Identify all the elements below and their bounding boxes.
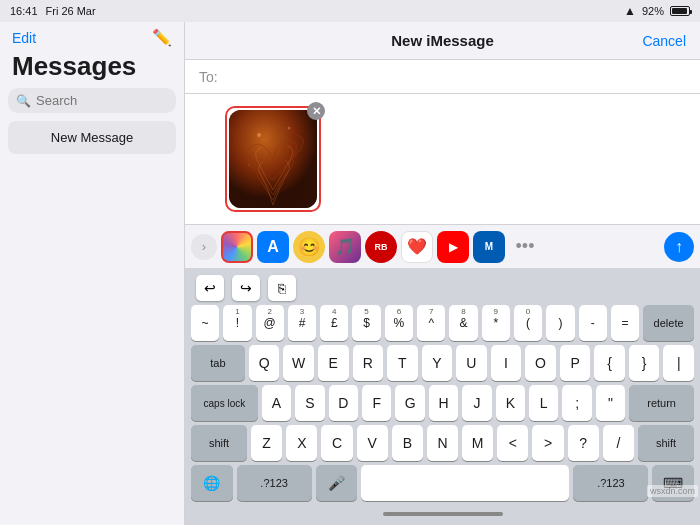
key-delete[interactable]: delete (643, 305, 694, 341)
key-equals[interactable]: = (611, 305, 639, 341)
key-quote[interactable]: " (596, 385, 625, 421)
key-c[interactable]: C (321, 425, 352, 461)
key-g[interactable]: G (395, 385, 424, 421)
to-field: To: (185, 60, 700, 94)
status-bar: 16:41 Fri 26 Mar ▲ 92% (0, 0, 700, 22)
redo-button[interactable]: ↪ (232, 275, 260, 301)
key-s[interactable]: S (295, 385, 324, 421)
key-e[interactable]: E (318, 345, 349, 381)
key-exclaim[interactable]: 1! (223, 305, 251, 341)
keyboard-row-2: tab Q W E R T Y U I O P { } | (188, 345, 697, 381)
image-highlight-box (225, 106, 321, 212)
key-a[interactable]: A (262, 385, 291, 421)
key-i[interactable]: I (491, 345, 522, 381)
blue-app-icon[interactable]: M (473, 231, 505, 263)
key-star[interactable]: 9* (482, 305, 510, 341)
keyboard-row-3: caps lock A S D F G H J K L ; " return (188, 385, 697, 421)
status-day: Fri 26 Mar (46, 5, 96, 17)
key-pound[interactable]: 4£ (320, 305, 348, 341)
key-amp[interactable]: 8& (449, 305, 477, 341)
undo-button[interactable]: ↩ (196, 275, 224, 301)
youtube-app-icon[interactable]: ▶ (437, 231, 469, 263)
key-space[interactable] (361, 465, 569, 501)
app-icon-row: › A 😊 🎵 RB ❤️ ▶ M ••• ↑ (185, 224, 700, 268)
key-lbrace[interactable]: { (594, 345, 625, 381)
sidebar-nav: Edit ✏️ (0, 22, 184, 49)
watermark: wsxdn.com (647, 485, 698, 497)
redbull-app-icon[interactable]: RB (365, 231, 397, 263)
sidebar: Edit ✏️ Messages 🔍 🎤 New Message (0, 22, 185, 525)
key-n[interactable]: N (427, 425, 458, 461)
key-rbrace[interactable]: } (629, 345, 660, 381)
to-label: To: (199, 69, 218, 85)
key-dollar[interactable]: 5$ (352, 305, 380, 341)
key-rparen[interactable]: ) (546, 305, 574, 341)
image-close-button[interactable]: ✕ (307, 102, 325, 120)
more-apps-icon[interactable]: ••• (509, 231, 541, 263)
copy-button[interactable]: ⎘ (268, 275, 296, 301)
battery-icon (670, 6, 690, 16)
key-p[interactable]: P (560, 345, 591, 381)
key-tilde[interactable]: ~ (191, 305, 219, 341)
new-message-button[interactable]: New Message (8, 121, 176, 154)
key-j[interactable]: J (462, 385, 491, 421)
key-u[interactable]: U (456, 345, 487, 381)
message-area: ✕ (185, 94, 700, 224)
key-b[interactable]: B (392, 425, 423, 461)
key-k[interactable]: K (496, 385, 525, 421)
edit-button[interactable]: Edit (12, 30, 36, 46)
key-return[interactable]: return (629, 385, 694, 421)
key-shift-left[interactable]: shift (191, 425, 247, 461)
key-minus[interactable]: - (579, 305, 607, 341)
key-w[interactable]: W (283, 345, 314, 381)
key-l[interactable]: L (529, 385, 558, 421)
memoji-app-icon[interactable]: 😊 (293, 231, 325, 263)
status-bar-right: ▲ 92% (624, 4, 690, 18)
key-x[interactable]: X (286, 425, 317, 461)
new-imessage-title: New iMessage (391, 32, 494, 49)
key-globe[interactable]: 🌐 (191, 465, 233, 501)
key-r[interactable]: R (353, 345, 384, 381)
to-input[interactable] (224, 69, 686, 85)
heart-app-icon[interactable]: ❤️ (401, 231, 433, 263)
key-numbers-right[interactable]: .?123 (573, 465, 648, 501)
key-lt[interactable]: < (497, 425, 528, 461)
key-semicolon[interactable]: ; (562, 385, 591, 421)
key-z[interactable]: Z (251, 425, 282, 461)
photos-app-icon[interactable] (221, 231, 253, 263)
cancel-button[interactable]: Cancel (642, 33, 686, 49)
key-pipe[interactable]: | (663, 345, 694, 381)
key-at[interactable]: 2@ (256, 305, 284, 341)
key-m[interactable]: M (462, 425, 493, 461)
key-f[interactable]: F (362, 385, 391, 421)
key-capslock[interactable]: caps lock (191, 385, 258, 421)
key-lparen[interactable]: 0( (514, 305, 542, 341)
key-t[interactable]: T (387, 345, 418, 381)
send-button[interactable]: ↑ (664, 232, 694, 262)
key-o[interactable]: O (525, 345, 556, 381)
key-caret[interactable]: 7^ (417, 305, 445, 341)
search-input[interactable] (36, 93, 204, 108)
key-hash[interactable]: 3# (288, 305, 316, 341)
key-y[interactable]: Y (422, 345, 453, 381)
expand-button[interactable]: › (191, 234, 217, 260)
compose-icon[interactable]: ✏️ (152, 28, 172, 47)
key-h[interactable]: H (429, 385, 458, 421)
keyboard-row-5: 🌐 .?123 🎤 .?123 ⌨ (188, 465, 697, 501)
key-gt[interactable]: > (532, 425, 563, 461)
key-numbers[interactable]: .?123 (237, 465, 312, 501)
key-mic[interactable]: 🎤 (316, 465, 358, 501)
key-v[interactable]: V (357, 425, 388, 461)
key-q[interactable]: Q (249, 345, 280, 381)
sidebar-title: Messages (0, 49, 184, 88)
key-percent[interactable]: 6% (385, 305, 413, 341)
key-slash[interactable]: / (603, 425, 634, 461)
key-question[interactable]: ? (568, 425, 599, 461)
appstore-app-icon[interactable]: A (257, 231, 289, 263)
key-d[interactable]: D (329, 385, 358, 421)
music-app-icon[interactable]: 🎵 (329, 231, 361, 263)
keyboard-row-4: shift Z X C V B N M < > ? / shift (188, 425, 697, 461)
key-shift-right[interactable]: shift (638, 425, 694, 461)
keyboard: ↩ ↪ ⎘ ~ 1! 2@ 3# 4£ 5$ 6% 7^ 8& 9* 0( ) … (185, 268, 700, 525)
key-tab[interactable]: tab (191, 345, 245, 381)
